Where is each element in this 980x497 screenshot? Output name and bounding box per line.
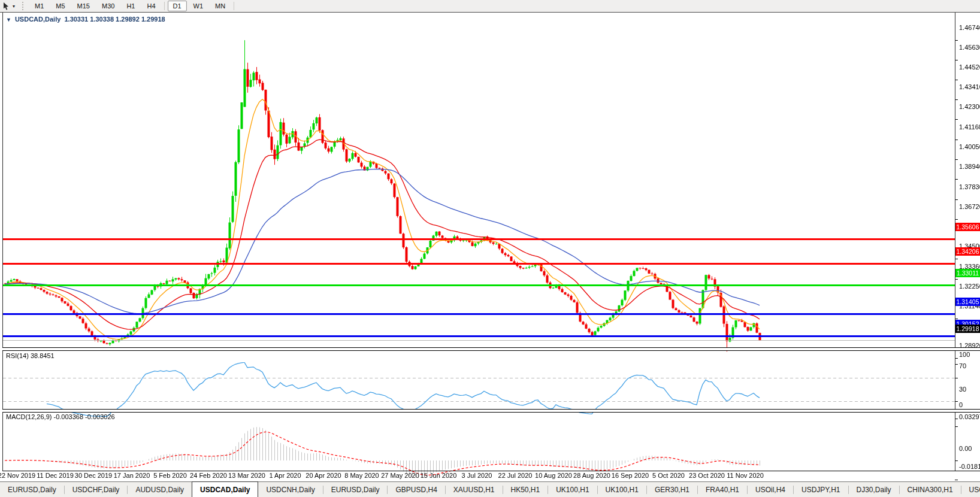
price-tick-label: 1.41160 <box>959 123 980 131</box>
tab-usdchf-daily[interactable]: USDCHF,Daily <box>65 482 128 497</box>
toolbar-grip-handle[interactable] <box>22 2 25 10</box>
date-tick-label: 22 Nov 2019 <box>0 472 35 479</box>
price-tick-label: 1.36720 <box>959 203 980 210</box>
macd-tick-label: 0.00 <box>959 445 972 452</box>
timeframe-m15-button[interactable]: M15 <box>72 1 95 11</box>
tab-china300-h1[interactable]: CHINA300,H1 <box>900 482 961 497</box>
tab-usdjpy-h1[interactable]: USDJPY,H1 <box>794 482 848 497</box>
price-level-badge: 1.31405 <box>955 298 980 306</box>
tab-eurusd-daily[interactable]: EURUSD,Daily <box>323 482 388 497</box>
date-tick-label: 24 Feb 2020 <box>190 472 227 479</box>
timeframe-m5-button[interactable]: M5 <box>50 1 70 11</box>
date-tick-label: 27 May 2020 <box>381 472 419 479</box>
price-tick-label: 1.37830 <box>959 183 980 190</box>
price-tick-label: 1.46740 <box>959 24 980 31</box>
pane-separator[interactable] <box>2 347 980 351</box>
timeframe-h1-button[interactable]: H1 <box>121 1 140 11</box>
chart-window-left-border <box>2 13 3 471</box>
date-tick-label: 17 Jan 2020 <box>114 472 150 479</box>
timeframe-m1-button[interactable]: M1 <box>29 1 49 11</box>
price-chart-canvas[interactable] <box>0 12 980 497</box>
tab-dj30-daily[interactable]: DJ30,Daily <box>849 482 899 497</box>
timeframe-w1-button[interactable]: W1 <box>188 1 209 11</box>
timeframe-d1-button[interactable]: D1 <box>168 1 187 11</box>
top-toolbar: ▾ M1M5M15M30H1H4D1W1MN <box>0 0 980 13</box>
rsi-tick-label: 100 <box>959 351 970 358</box>
date-tick-label: 16 Sep 2020 <box>612 472 649 479</box>
symbol-tab-bar: EURUSD,DailyUSDCHF,DailyAUDUSD,DailyUSDC… <box>0 481 980 497</box>
tab-eurusd-daily[interactable]: EURUSD,Daily <box>0 482 64 497</box>
chart-title: ▼USDCAD,Daily 1.30331 1.30338 1.29892 1.… <box>6 16 165 23</box>
date-tick-label: 13 Mar 2020 <box>228 472 265 479</box>
tab-gbpusd-h4[interactable]: GBPUSD,H4 <box>388 482 444 497</box>
tab-usoil-h1[interactable]: USOil,H1 <box>961 482 980 497</box>
price-tick-label: 1.32250 <box>959 283 980 290</box>
timeframe-mn-button[interactable]: MN <box>210 1 231 11</box>
tab-xauusd-h1[interactable]: XAUUSD,H1 <box>446 482 503 497</box>
date-tick-label: 23 Oct 2020 <box>689 472 725 479</box>
date-tick-label: 20 Apr 2020 <box>306 472 341 479</box>
timeframe-m30-button[interactable]: M30 <box>96 1 120 11</box>
price-tick-label: 1.45630 <box>959 44 980 51</box>
price-level-badge: 1.35606 <box>955 223 980 231</box>
tab-hk50-h1[interactable]: HK50,H1 <box>503 482 548 497</box>
date-tick-label: 1 Apr 2020 <box>269 472 301 479</box>
cursor-tool-icon[interactable] <box>2 2 11 10</box>
rsi-tick-label: 0 <box>959 401 963 408</box>
price-level-badge: 1.33011 <box>955 269 980 277</box>
date-tick-label: 30 Dec 2019 <box>75 472 112 479</box>
collapse-caret-icon[interactable]: ▼ <box>6 17 11 23</box>
date-tick-label: 5 Feb 2020 <box>153 472 187 479</box>
date-tick-label: 28 Aug 2020 <box>573 472 610 479</box>
date-tick-label: 15 Jun 2020 <box>421 472 457 479</box>
price-tick-label: 1.38940 <box>959 163 980 170</box>
macd-pane-bottom-border <box>2 471 980 471</box>
macd-tick-label: 0.032972 <box>959 413 980 420</box>
tab-ger30-h1[interactable]: GER30,H1 <box>647 482 697 497</box>
tab-usdcnh-daily[interactable]: USDCNH,Daily <box>258 482 322 497</box>
cursor-tool-dropdown-caret-icon[interactable]: ▾ <box>13 4 15 9</box>
tab-uk100-h1[interactable]: UK100,H1 <box>598 482 646 497</box>
pane-separator[interactable] <box>2 409 980 413</box>
rsi-tick-label: 70 <box>959 362 966 369</box>
tab-audusd-daily[interactable]: AUDUSD,Daily <box>128 482 192 497</box>
date-tick-label: 5 Oct 2020 <box>652 472 685 479</box>
price-tick-label: 1.43410 <box>959 83 980 90</box>
date-tick-label: 11 Nov 2020 <box>727 472 764 479</box>
price-level-badge: 1.34206 <box>955 247 980 256</box>
date-tick-label: 3 Jul 2020 <box>462 472 492 479</box>
toolbar-separator <box>234 2 234 10</box>
macd-tick-label: -0.018154 <box>959 463 980 470</box>
chart-window-top-border <box>0 12 980 13</box>
price-tick-label: 1.40050 <box>959 143 980 150</box>
chart-window: ▼USDCAD,Daily 1.30331 1.30338 1.29892 1.… <box>0 12 980 481</box>
timeframe-h4-button[interactable]: H4 <box>141 1 161 11</box>
toolbar-separator <box>164 2 165 10</box>
tab-usdcad-daily[interactable]: USDCAD,Daily <box>192 481 258 497</box>
tab-fra40-h1[interactable]: FRA40,H1 <box>698 482 747 497</box>
price-axis-separator <box>955 13 955 471</box>
rsi-label: RSI(14) 38.8451 <box>6 352 55 359</box>
tab-uk100-h1[interactable]: UK100,H1 <box>548 482 597 497</box>
date-tick-label: 11 Dec 2019 <box>37 472 74 479</box>
price-tick-label: 1.28920 <box>959 342 980 349</box>
chart-ohlc-values: 1.30331 1.30338 1.29892 1.29918 <box>64 16 165 23</box>
date-tick-label: 8 May 2020 <box>344 472 379 479</box>
price-tick-label: 1.42300 <box>959 103 980 110</box>
price-tick-label: 1.44520 <box>959 63 980 71</box>
rsi-tick-label: 30 <box>959 386 966 393</box>
current-price-badge: 1.29918 <box>955 325 980 333</box>
macd-label: MACD(12,26,9) -0.003368 -0.003026 <box>6 413 115 420</box>
tab-usoil-h4[interactable]: USOil,H4 <box>748 482 793 497</box>
date-tick-label: 22 Jul 2020 <box>498 472 533 479</box>
date-tick-label: 10 Aug 2020 <box>535 472 572 479</box>
chart-symbol-label: USDCAD,Daily <box>15 16 61 23</box>
